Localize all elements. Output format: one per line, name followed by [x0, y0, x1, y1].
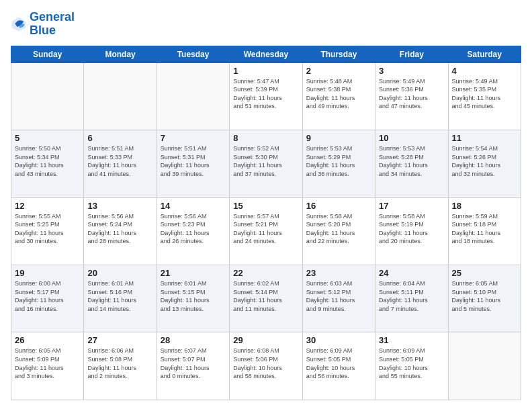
day-number: 26: [15, 335, 80, 345]
calendar-day: 7Sunrise: 5:51 AM Sunset: 5:31 PM Daylig…: [157, 130, 229, 197]
day-info: Sunrise: 6:01 AM Sunset: 5:15 PM Dayligh…: [161, 279, 226, 313]
logo: General Blue: [11, 11, 75, 38]
calendar-day: 31Sunrise: 6:09 AM Sunset: 5:05 PM Dayli…: [375, 332, 448, 400]
calendar-day: 25Sunrise: 6:05 AM Sunset: 5:10 PM Dayli…: [448, 265, 521, 332]
calendar-day: 3Sunrise: 5:49 AM Sunset: 5:36 PM Daylig…: [375, 62, 448, 130]
day-number: 22: [233, 268, 298, 278]
day-number: 12: [15, 201, 80, 211]
day-info: Sunrise: 5:52 AM Sunset: 5:30 PM Dayligh…: [233, 144, 298, 178]
day-info: Sunrise: 5:58 AM Sunset: 5:19 PM Dayligh…: [379, 212, 444, 246]
calendar-day: 26Sunrise: 6:05 AM Sunset: 5:09 PM Dayli…: [11, 332, 84, 400]
weekday-header: Wednesday: [230, 46, 302, 62]
day-info: Sunrise: 6:00 AM Sunset: 5:17 PM Dayligh…: [15, 279, 80, 313]
weekday-header: Tuesday: [157, 46, 229, 62]
page: General Blue SundayMondayTuesdayWednesda…: [0, 0, 532, 411]
day-info: Sunrise: 6:09 AM Sunset: 5:05 PM Dayligh…: [306, 347, 371, 380]
day-number: 7: [161, 133, 226, 143]
calendar-table: SundayMondayTuesdayWednesdayThursdayFrid…: [11, 46, 521, 400]
day-number: 23: [306, 268, 371, 278]
day-number: 30: [306, 335, 371, 345]
calendar-day: 19Sunrise: 6:00 AM Sunset: 5:17 PM Dayli…: [11, 265, 84, 332]
calendar-day: 27Sunrise: 6:06 AM Sunset: 5:08 PM Dayli…: [84, 332, 157, 400]
day-info: Sunrise: 6:03 AM Sunset: 5:12 PM Dayligh…: [306, 279, 371, 313]
day-number: 18: [452, 201, 517, 211]
calendar-day: 20Sunrise: 6:01 AM Sunset: 5:16 PM Dayli…: [84, 265, 157, 332]
day-number: 17: [379, 201, 444, 211]
day-number: 15: [233, 201, 298, 211]
day-info: Sunrise: 5:56 AM Sunset: 5:23 PM Dayligh…: [161, 212, 226, 246]
calendar-day: 15Sunrise: 5:57 AM Sunset: 5:21 PM Dayli…: [230, 197, 302, 265]
calendar-empty: [11, 62, 84, 130]
day-number: 1: [233, 66, 298, 76]
day-number: 2: [306, 66, 371, 76]
weekday-header: Thursday: [302, 46, 375, 62]
weekday-row: SundayMondayTuesdayWednesdayThursdayFrid…: [11, 46, 521, 62]
calendar-day: 10Sunrise: 5:53 AM Sunset: 5:28 PM Dayli…: [375, 130, 448, 197]
day-number: 8: [233, 133, 298, 143]
calendar-day: 22Sunrise: 6:02 AM Sunset: 5:14 PM Dayli…: [230, 265, 302, 332]
calendar-day: 5Sunrise: 5:50 AM Sunset: 5:34 PM Daylig…: [11, 130, 84, 197]
day-info: Sunrise: 5:55 AM Sunset: 5:25 PM Dayligh…: [15, 212, 80, 246]
day-number: 16: [306, 201, 371, 211]
calendar-day: 17Sunrise: 5:58 AM Sunset: 5:19 PM Dayli…: [375, 197, 448, 265]
calendar-day: 2Sunrise: 5:48 AM Sunset: 5:38 PM Daylig…: [302, 62, 375, 130]
day-number: 28: [161, 335, 226, 345]
day-number: 20: [87, 268, 152, 278]
day-info: Sunrise: 5:59 AM Sunset: 5:18 PM Dayligh…: [452, 212, 517, 246]
day-number: 21: [161, 268, 226, 278]
day-info: Sunrise: 5:53 AM Sunset: 5:29 PM Dayligh…: [306, 144, 371, 178]
day-number: 9: [306, 133, 371, 143]
calendar-day: 8Sunrise: 5:52 AM Sunset: 5:30 PM Daylig…: [230, 130, 302, 197]
calendar-day: 23Sunrise: 6:03 AM Sunset: 5:12 PM Dayli…: [302, 265, 375, 332]
day-number: 5: [15, 133, 80, 143]
calendar-day: 4Sunrise: 5:49 AM Sunset: 5:35 PM Daylig…: [448, 62, 521, 130]
calendar-header: SundayMondayTuesdayWednesdayThursdayFrid…: [11, 46, 521, 62]
day-info: Sunrise: 5:51 AM Sunset: 5:31 PM Dayligh…: [161, 144, 226, 178]
day-info: Sunrise: 6:07 AM Sunset: 5:07 PM Dayligh…: [161, 347, 226, 380]
calendar-day: 30Sunrise: 6:09 AM Sunset: 5:05 PM Dayli…: [302, 332, 375, 400]
calendar-day: 11Sunrise: 5:54 AM Sunset: 5:26 PM Dayli…: [448, 130, 521, 197]
calendar-day: 9Sunrise: 5:53 AM Sunset: 5:29 PM Daylig…: [302, 130, 375, 197]
calendar-day: 29Sunrise: 6:08 AM Sunset: 5:06 PM Dayli…: [230, 332, 302, 400]
day-info: Sunrise: 6:02 AM Sunset: 5:14 PM Dayligh…: [233, 279, 298, 313]
day-info: Sunrise: 6:09 AM Sunset: 5:05 PM Dayligh…: [379, 347, 444, 380]
calendar-body: 1Sunrise: 5:47 AM Sunset: 5:39 PM Daylig…: [11, 62, 521, 400]
calendar-week-row: 5Sunrise: 5:50 AM Sunset: 5:34 PM Daylig…: [11, 130, 521, 197]
day-info: Sunrise: 6:08 AM Sunset: 5:06 PM Dayligh…: [233, 347, 298, 380]
calendar-day: 14Sunrise: 5:56 AM Sunset: 5:23 PM Dayli…: [157, 197, 229, 265]
day-info: Sunrise: 6:04 AM Sunset: 5:11 PM Dayligh…: [379, 279, 444, 313]
logo-icon: [11, 16, 27, 32]
day-number: 19: [15, 268, 80, 278]
day-info: Sunrise: 6:05 AM Sunset: 5:09 PM Dayligh…: [15, 347, 80, 380]
day-number: 14: [161, 201, 226, 211]
day-number: 11: [452, 133, 517, 143]
weekday-header: Friday: [375, 46, 448, 62]
weekday-header: Sunday: [11, 46, 84, 62]
logo-text: General Blue: [30, 11, 75, 38]
weekday-header: Saturday: [448, 46, 521, 62]
calendar-day: 28Sunrise: 6:07 AM Sunset: 5:07 PM Dayli…: [157, 332, 229, 400]
day-info: Sunrise: 5:53 AM Sunset: 5:28 PM Dayligh…: [379, 144, 444, 178]
day-info: Sunrise: 5:49 AM Sunset: 5:36 PM Dayligh…: [379, 77, 444, 111]
calendar-week-row: 26Sunrise: 6:05 AM Sunset: 5:09 PM Dayli…: [11, 332, 521, 400]
day-info: Sunrise: 5:47 AM Sunset: 5:39 PM Dayligh…: [233, 77, 298, 111]
day-info: Sunrise: 5:57 AM Sunset: 5:21 PM Dayligh…: [233, 212, 298, 246]
day-info: Sunrise: 6:01 AM Sunset: 5:16 PM Dayligh…: [87, 279, 152, 313]
day-info: Sunrise: 5:48 AM Sunset: 5:38 PM Dayligh…: [306, 77, 371, 111]
day-number: 31: [379, 335, 444, 345]
day-number: 27: [87, 335, 152, 345]
day-number: 29: [233, 335, 298, 345]
day-number: 6: [87, 133, 152, 143]
calendar-week-row: 1Sunrise: 5:47 AM Sunset: 5:39 PM Daylig…: [11, 62, 521, 130]
calendar-day: 24Sunrise: 6:04 AM Sunset: 5:11 PM Dayli…: [375, 265, 448, 332]
day-number: 13: [87, 201, 152, 211]
calendar-day: 21Sunrise: 6:01 AM Sunset: 5:15 PM Dayli…: [157, 265, 229, 332]
header: General Blue: [11, 11, 521, 38]
day-info: Sunrise: 5:54 AM Sunset: 5:26 PM Dayligh…: [452, 144, 517, 178]
day-info: Sunrise: 5:50 AM Sunset: 5:34 PM Dayligh…: [15, 144, 80, 178]
day-number: 4: [452, 66, 517, 76]
day-number: 24: [379, 268, 444, 278]
day-info: Sunrise: 5:51 AM Sunset: 5:33 PM Dayligh…: [87, 144, 152, 178]
calendar-week-row: 12Sunrise: 5:55 AM Sunset: 5:25 PM Dayli…: [11, 197, 521, 265]
day-info: Sunrise: 5:56 AM Sunset: 5:24 PM Dayligh…: [87, 212, 152, 246]
